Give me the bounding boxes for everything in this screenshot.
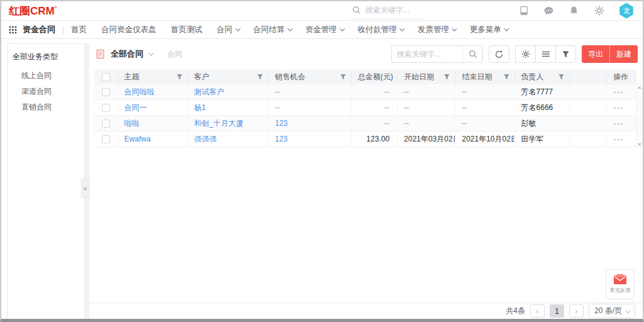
sidebar-item-direct-contract[interactable]: 直销合同: [13, 99, 84, 115]
chevron-down-icon: [504, 26, 509, 31]
column-settings-button[interactable]: [515, 45, 536, 63]
row-actions-button[interactable]: ···: [613, 103, 623, 113]
envelope-icon: [613, 274, 627, 285]
sidebar-item-all-types[interactable]: 全部业务类型: [13, 52, 84, 62]
nav-item-contract-settle[interactable]: 合同结算: [253, 25, 291, 35]
prev-page-button[interactable]: ‹: [530, 304, 545, 318]
customer-link[interactable]: 强强强: [194, 134, 217, 145]
pagination-bar: 共4条 ‹ 1 › 20 条/页: [89, 303, 643, 319]
user-avatar[interactable]: 龙: [619, 3, 634, 19]
next-page-button[interactable]: ›: [569, 304, 584, 318]
amount-value: 123.00: [367, 135, 390, 143]
contract-link[interactable]: 啦啦: [125, 118, 140, 129]
filter-funnel-icon[interactable]: [504, 74, 509, 80]
sidebar-collapse-button[interactable]: «: [81, 179, 89, 197]
opportunity-link[interactable]: 123: [275, 135, 287, 143]
sidebar-item-online-contract[interactable]: 线上合同: [13, 68, 84, 84]
column-header-action: 操作: [613, 72, 628, 82]
nav-item-dashboard[interactable]: 合同资金仪表盘: [101, 25, 157, 35]
customer-link[interactable]: 和创_十月大厦: [194, 118, 244, 129]
filter-funnel-icon[interactable]: [340, 74, 346, 80]
customer-link[interactable]: 测试客户: [194, 87, 225, 97]
chevron-down-icon: [399, 26, 404, 31]
nav-item-fund-mgmt[interactable]: 资金管理: [306, 25, 343, 35]
brand-logo-mark: °: [55, 5, 57, 11]
feedback-button[interactable]: 意见反馈: [606, 269, 634, 299]
chevron-down-icon: [340, 26, 345, 31]
refresh-button[interactable]: [489, 45, 509, 63]
contract-link[interactable]: Ewafwa: [125, 135, 151, 143]
filter-funnel-icon[interactable]: [257, 74, 263, 80]
column-header-subject: 主题: [125, 72, 140, 82]
sidebar-item-channel-contract[interactable]: 渠道合同: [13, 84, 84, 99]
sidebar: 全部业务类型 线上合同 渠道合同 直销合同: [7, 43, 85, 319]
bell-icon[interactable]: [569, 6, 579, 16]
row-checkbox[interactable]: [102, 135, 110, 143]
select-all-checkbox[interactable]: [102, 73, 110, 81]
content-area: 全部业务类型 线上合同 渠道合同 直销合同 « 全部合同 合同 搜索关键字.: [1, 39, 643, 319]
app-window: 红圈CRM° 搜索关键字... 龙 资金: [0, 0, 644, 322]
nav-item-invoice-mgmt[interactable]: 发票管理: [418, 25, 455, 35]
global-search-input[interactable]: 搜索关键字...: [351, 3, 424, 19]
main-empty-space: 意见反馈: [89, 148, 643, 303]
search-submit-button[interactable]: [462, 46, 482, 62]
create-button[interactable]: 新建: [609, 45, 638, 63]
primary-buttons: 导出 新建: [582, 45, 638, 63]
chat-icon[interactable]: [543, 6, 554, 16]
column-header-end-date: 结束日期: [462, 72, 492, 82]
end-date-value: --: [462, 103, 467, 112]
contract-link[interactable]: 合同一: [125, 103, 147, 113]
nav-item-home[interactable]: 首页: [71, 25, 87, 35]
chevron-down-icon: [148, 50, 153, 55]
amount-value: --: [384, 119, 389, 128]
contracts-table: 主题 客户 销售机会 总金额(元) 开始日期 结束日期 负责人 操作 合同啦啦: [89, 70, 643, 148]
view-selector[interactable]: 全部合同: [111, 48, 152, 60]
table-row: 合同一 杨1 -- -- -- -- 芳名6666 ···: [94, 100, 636, 116]
list-search-input[interactable]: 搜索关键字...: [392, 49, 462, 60]
row-checkbox[interactable]: [102, 104, 110, 112]
view-tag: 合同: [167, 49, 182, 60]
notebook-icon[interactable]: [518, 6, 529, 16]
column-header-opportunity: 销售机会: [275, 72, 305, 82]
row-actions-button[interactable]: ···: [613, 119, 623, 128]
filter-funnel-icon[interactable]: [177, 74, 182, 80]
nav-item-contract[interactable]: 合同: [217, 25, 239, 35]
chevron-down-icon: [287, 26, 292, 31]
customer-link[interactable]: 杨1: [194, 103, 206, 113]
contract-link[interactable]: 合同啦啦: [125, 87, 155, 97]
end-date-value: 2021年10月02日: [462, 134, 514, 145]
filter-funnel-icon[interactable]: [558, 74, 564, 80]
gear-icon[interactable]: [594, 6, 604, 16]
end-date-value: --: [462, 119, 467, 128]
scroll-down-icon[interactable]: [638, 143, 641, 146]
nav-bar: 资金合同 首页 合同资金仪表盘 首页测试 合同 合同结算 资金管理 收付款管理 …: [1, 21, 643, 39]
nav-item-more-menu[interactable]: 更多菜单: [470, 25, 508, 35]
current-app-name[interactable]: 资金合同: [23, 24, 55, 35]
row-actions-button[interactable]: ···: [613, 87, 623, 97]
chevron-down-icon: [625, 308, 630, 313]
column-header-owner: 负责人: [521, 72, 544, 82]
nav-item-home-test[interactable]: 首页测试: [171, 25, 203, 35]
scroll-up-icon[interactable]: [638, 86, 641, 89]
table-header-row: 主题 客户 销售机会 总金额(元) 开始日期 结束日期 负责人 操作: [94, 70, 636, 84]
row-checkbox[interactable]: [102, 88, 110, 96]
start-date-value: --: [404, 119, 409, 128]
filter-funnel-icon[interactable]: [444, 74, 450, 80]
current-page-button[interactable]: 1: [550, 304, 564, 318]
table-row: 啦啦 和创_十月大厦 123 -- -- -- 彭敏 ···: [94, 116, 636, 131]
list-view-button[interactable]: [535, 45, 556, 63]
owner-value: 芳名6666: [521, 103, 553, 113]
column-header-customer: 客户: [194, 72, 209, 82]
row-checkbox[interactable]: [102, 119, 110, 128]
search-icon: [352, 6, 361, 14]
export-button[interactable]: 导出: [582, 45, 609, 63]
owner-value: 田学军: [521, 134, 544, 145]
nav-item-payment-mgmt[interactable]: 收付款管理: [358, 25, 404, 35]
app-grid-icon[interactable]: [9, 26, 17, 34]
page-size-select[interactable]: 20 条/页: [589, 304, 635, 318]
filter-button[interactable]: [555, 45, 576, 63]
opportunity-link[interactable]: 123: [275, 119, 287, 128]
table-scrollbar[interactable]: [636, 84, 643, 148]
nav-divider: [63, 26, 64, 34]
row-actions-button[interactable]: ···: [613, 135, 623, 144]
